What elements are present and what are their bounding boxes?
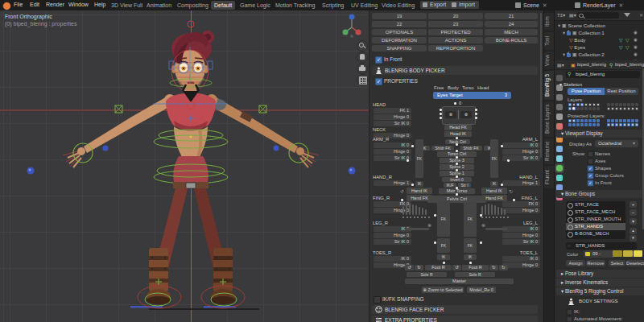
foot-l-button[interactable]: Foot R xyxy=(462,265,489,270)
picker-button[interactable]: IK 0 xyxy=(374,226,411,232)
bone-group-row[interactable]: STR_FACE xyxy=(566,201,625,208)
layer-button[interactable]: 20 xyxy=(428,13,483,19)
eyes-target-slider[interactable]: Eyes Target 3 xyxy=(433,92,511,99)
face-picker-box[interactable]: ⊗ ⊗ xyxy=(442,106,476,125)
workspace-tab[interactable]: Compositing xyxy=(174,1,212,10)
select-button[interactable]: Select xyxy=(609,260,625,266)
outliner-row-collection2[interactable]: ▾ ▣ Collection 2◉ xyxy=(563,52,605,57)
pan-hand-icon[interactable] xyxy=(357,52,368,63)
camera-view-icon[interactable] xyxy=(357,63,368,74)
workspace-tab-active[interactable]: Default xyxy=(211,1,235,10)
axes-checkbox[interactable] xyxy=(588,159,594,165)
picker-button[interactable]: IK 0 xyxy=(374,256,411,262)
leg-fk-track[interactable]: FK xyxy=(464,238,477,253)
collection-checkbox[interactable] xyxy=(567,31,571,35)
model-res-button[interactable]: Model_Re 0 xyxy=(467,287,496,293)
menu-help[interactable]: Help xyxy=(92,2,108,7)
foot-roll-button[interactable]: ↻ xyxy=(499,265,508,270)
npanel-scrollbar[interactable] xyxy=(540,13,542,158)
finger-picker-right[interactable] xyxy=(481,203,509,218)
ikfk-snapping-checkbox[interactable] xyxy=(374,296,381,303)
character-model[interactable] xyxy=(0,10,369,322)
editor-type-icon[interactable]: ▤▾ xyxy=(557,62,564,68)
skeleton-section-header[interactable]: ▾ Skeleton xyxy=(559,81,582,87)
menu-window[interactable]: Window xyxy=(66,2,91,7)
workspace-tab[interactable]: Game Logic xyxy=(237,1,274,10)
head-ik-button[interactable]: Head IK xyxy=(444,131,472,137)
zoom-view-icon[interactable] xyxy=(357,40,368,52)
master-button[interactable]: Master xyxy=(405,279,514,284)
picker-button[interactable]: Str IK 0 xyxy=(502,239,540,245)
color-active-swatch[interactable] xyxy=(634,250,642,257)
eye-button-left[interactable]: ⊗ xyxy=(445,111,456,118)
body-picker-header[interactable]: BLENRIG BODY PICKER xyxy=(372,66,538,75)
workspace-tab[interactable]: Scripting xyxy=(319,1,347,10)
inverse-kinematics-header[interactable]: ▸ Inverse Kinematics xyxy=(556,279,644,287)
picker-button[interactable]: Hinge 0 xyxy=(502,262,540,268)
names-checkbox[interactable] xyxy=(588,151,594,158)
finger-picker-left[interactable] xyxy=(402,203,430,218)
tab-view[interactable]: View xyxy=(544,52,554,69)
foot-r-button[interactable]: Foot R xyxy=(425,265,452,270)
filter-funnel-icon[interactable] xyxy=(624,13,630,17)
mode-torso[interactable]: Torso xyxy=(462,85,474,90)
properties-checkbox[interactable] xyxy=(375,78,382,85)
layer-button[interactable]: 21 xyxy=(485,13,538,19)
protected-grid-left[interactable] xyxy=(568,118,600,126)
tab-rename[interactable]: Rename xyxy=(544,138,554,164)
remove-bone-group-button[interactable]: − xyxy=(630,209,637,216)
invert-button[interactable]: Invert 0 xyxy=(442,177,472,182)
picker-button[interactable]: Hinge 1 xyxy=(502,180,540,186)
picker-button[interactable]: Hinge 1 xyxy=(374,180,411,186)
pelvis-ctrl-button[interactable]: Pelvis Ctrl xyxy=(427,196,486,203)
outliner-row-collection1[interactable]: ▾ ▣ Collection 1◉ xyxy=(563,30,605,35)
eye-visibility-icon[interactable]: ◉ xyxy=(634,52,638,56)
scene-tab-icon[interactable] xyxy=(556,114,563,120)
mode-head[interactable]: Head xyxy=(477,85,489,90)
bone-group-specials-button[interactable]: ▾ xyxy=(630,218,637,225)
add-bone-group-button[interactable]: + xyxy=(630,201,637,208)
menu-file[interactable]: File xyxy=(11,2,25,7)
layer-button[interactable]: DEFORMATION xyxy=(372,37,427,43)
layer-button[interactable]: BONE-ROLLS xyxy=(485,37,538,43)
world-tab-icon[interactable] xyxy=(556,123,563,130)
assign-button[interactable]: Assign xyxy=(566,260,585,266)
workspace-tab[interactable]: Video Editing xyxy=(378,1,418,10)
picker-button[interactable]: Hinge 0 xyxy=(374,233,411,238)
workspace-tab[interactable]: 3D View Full xyxy=(108,1,146,10)
import-button[interactable]: Import xyxy=(449,1,479,9)
armature-name-field[interactable]: ⚲ biped_blenrig xyxy=(566,71,640,78)
head-fk-button[interactable]: Head FK xyxy=(444,125,472,130)
display-as-dropdown[interactable]: Octahedral▾ xyxy=(595,140,638,147)
view-layer-tab-icon[interactable] xyxy=(556,104,563,110)
extra-properties-header[interactable]: EXTRA PROPERTIES xyxy=(372,316,538,322)
workspace-tab[interactable]: Motion Tracking xyxy=(272,1,318,10)
layer-button[interactable]: ACTIONS xyxy=(428,37,483,43)
layer-button[interactable]: REPROPORTION xyxy=(428,45,483,52)
workspace-tab[interactable]: UV Editing xyxy=(348,1,381,10)
leg-fk-track[interactable]: FK xyxy=(437,238,450,253)
outliner-row-body[interactable]: ▽ Body▽▽◉ xyxy=(569,37,585,43)
leg-ik-button[interactable]: IK xyxy=(464,254,477,260)
leg-fk-track[interactable]: FK xyxy=(437,201,450,237)
layer-button[interactable]: 22 xyxy=(372,21,427,27)
ikf-button[interactable]: IK/F xyxy=(444,183,456,188)
menu-render[interactable]: Render xyxy=(43,2,67,7)
collection-checkbox[interactable] xyxy=(567,53,571,57)
layer-button[interactable]: PROTECTED xyxy=(428,29,483,35)
group-colors-checkbox[interactable] xyxy=(588,173,594,180)
tab-bone-layers[interactable]: Bone Layers xyxy=(544,101,554,137)
layer-button[interactable]: 19 xyxy=(372,13,427,19)
layers-grid-right[interactable] xyxy=(606,102,638,110)
picker-button[interactable]: Hinge 0 xyxy=(374,114,411,120)
outliner-row-scene-collection[interactable]: ▾ ▣ Scene Collection xyxy=(558,23,605,28)
blenrig-rigging-header[interactable]: ▾ BlenRig 5 Rigging Control xyxy=(556,287,644,295)
bone-group-name-field[interactable]: ◌ STR_HANDS xyxy=(566,242,637,250)
knee-target-icon[interactable]: ⊗ xyxy=(481,222,485,228)
output-tab-icon[interactable] xyxy=(556,94,563,101)
deselect-button[interactable]: Deselect xyxy=(626,260,644,266)
picker-button[interactable]: Hinge 0 xyxy=(374,149,411,155)
hand-fk-button[interactable]: Hand FK xyxy=(481,195,507,201)
layer-button[interactable]: MECH xyxy=(485,29,538,35)
bone-group-row[interactable]: STR_FACE_MECH xyxy=(566,208,625,216)
